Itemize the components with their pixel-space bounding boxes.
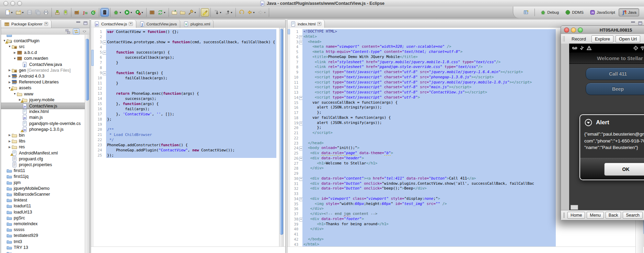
tree-item-androidmanifest.xml[interactable]: AndroidManifest.xml xyxy=(1,150,85,156)
explore-button[interactable]: Explore xyxy=(591,35,613,43)
tree-item-loadurl13[interactable]: loadUrl13 xyxy=(1,209,85,215)
tree-item-pgandjqm-style-override.cs[interactable]: pgandjqm-style-override.cs xyxy=(1,120,85,126)
tree-item-project.properties[interactable]: project.properties xyxy=(1,162,85,168)
scrollbar-thumb[interactable] xyxy=(280,29,283,235)
new-java-class-button[interactable]: C✦ xyxy=(89,8,97,16)
toolbar-drag-handle[interactable] xyxy=(564,212,564,218)
save-all-button[interactable] xyxy=(34,8,42,16)
sync-button[interactable]: ▼ xyxy=(156,8,167,16)
tree-item-tmt3[interactable]: tmt3 xyxy=(1,239,85,244)
chevron-down-icon[interactable]: ▼ xyxy=(230,11,233,14)
avd-manager-button[interactable] xyxy=(61,8,70,16)
tree-item-res[interactable]: ▶res xyxy=(1,144,85,150)
device-key-menu[interactable]: Menu xyxy=(587,212,603,219)
tab-contactview.js[interactable]: jsContactView.js✕ xyxy=(91,20,136,28)
open-url-button[interactable]: Open Url xyxy=(616,35,640,43)
open-perspective-button[interactable]: ✦ xyxy=(521,8,532,16)
minimize-window-button[interactable] xyxy=(571,27,576,33)
tree-item-libs[interactable]: ▶libs xyxy=(1,138,85,144)
highlighter-button[interactable] xyxy=(201,8,209,16)
tree-item-remoteindex[interactable]: remoteIndex xyxy=(1,221,85,227)
android-sdk-manager-button[interactable] xyxy=(53,8,61,16)
chevron-down-icon[interactable]: ▼ xyxy=(22,11,24,14)
save-button[interactable] xyxy=(25,8,34,16)
toolbar-drag-handle[interactable] xyxy=(563,36,565,42)
tree-item-libbarcodescanner[interactable]: libBarcodeScanner xyxy=(1,191,85,197)
tree-item-loadurl11[interactable]: loadurl11 xyxy=(1,203,85,209)
perspective-ddms-button[interactable]: DDMS xyxy=(562,8,586,16)
record-button[interactable]: Record xyxy=(568,35,589,43)
editor-scrollbar[interactable] xyxy=(279,28,284,253)
maximize-editor-icon[interactable] xyxy=(638,21,643,25)
tab-contactview.java[interactable]: JContactView.java xyxy=(136,20,180,28)
tree-item-bin[interactable]: ▶bin xyxy=(1,132,85,138)
tree-item-a.b.c.d[interactable]: ▶a.b.c.d xyxy=(1,50,85,56)
code-area[interactable]: <!DOCTYPE HTML><html> <head> <meta name=… xyxy=(302,28,556,253)
collapsed-arrow-icon[interactable]: ▶ xyxy=(8,140,12,143)
tree-item-main.js[interactable]: jsmain.js xyxy=(1,115,85,120)
phone-button-call-411[interactable]: Call 411 xyxy=(586,68,644,80)
tab-plugins.xml[interactable]: Xplugins.xml xyxy=(180,20,214,28)
java-package-crate-button[interactable] xyxy=(148,8,156,16)
chevron-down-icon[interactable]: ▼ xyxy=(141,11,143,14)
expanded-arrow-icon[interactable]: ▼ xyxy=(8,45,12,48)
search-brush-button[interactable]: ▼ xyxy=(187,8,198,16)
closed-folder-button[interactable] xyxy=(179,8,187,16)
collapsed-arrow-icon[interactable]: ▶ xyxy=(8,74,12,78)
tree-item-contactview.java[interactable]: JContactView.java xyxy=(1,61,85,67)
expanded-arrow-icon[interactable]: ▼ xyxy=(13,57,17,60)
close-icon[interactable]: ✕ xyxy=(44,22,48,26)
chevron-down-icon[interactable]: ▼ xyxy=(253,11,255,14)
tree-item-gen[interactable]: ▶gen[Generated Java Files] xyxy=(1,67,85,73)
device-window-titlebar[interactable]: HT05AHL00815 xyxy=(561,26,644,34)
run-button[interactable]: ▼ xyxy=(123,8,134,16)
code-area[interactable]: var ContactView = function() {};ContactV… xyxy=(106,28,276,253)
tree-item-first11jq[interactable]: first11jq xyxy=(1,174,85,180)
tree-item-first11[interactable]: first11 xyxy=(1,168,85,174)
new-wizard-button[interactable]: ✦▼ xyxy=(3,8,14,16)
close-tab-icon[interactable]: ✕ xyxy=(129,22,133,26)
expanded-arrow-icon[interactable]: ▼ xyxy=(13,92,17,95)
collapsed-arrow-icon[interactable]: ▶ xyxy=(8,134,12,137)
zoom-window-button[interactable] xyxy=(578,27,583,33)
phone-button-beep[interactable]: Beep xyxy=(586,83,644,95)
prev-annotation-button[interactable]: ▼ xyxy=(223,8,234,16)
ok-button[interactable]: OK xyxy=(604,163,644,176)
device-key-search[interactable]: Search xyxy=(623,212,643,219)
print-button[interactable] xyxy=(42,8,50,16)
link-with-editor-button[interactable] xyxy=(73,28,80,35)
tree-item[interactable] xyxy=(1,250,85,253)
back-button[interactable]: ▼ xyxy=(245,8,256,16)
close-window-button[interactable] xyxy=(564,27,569,33)
debug-button[interactable]: ▼ xyxy=(112,8,123,16)
scrollbar-thumb[interactable] xyxy=(85,39,89,101)
perspective-java-button[interactable]: JJava xyxy=(619,8,639,16)
tree-item-phonegap-1.3.0.js[interactable]: jsphonegap-1.3.0.js xyxy=(1,126,85,132)
tree-item-contactview.js[interactable]: jsContactView.js xyxy=(1,103,85,109)
minimize-editor-icon[interactable] xyxy=(631,21,635,25)
new-junit-test-button[interactable]: Ju xyxy=(81,8,89,16)
tree-item-assets[interactable]: ▼assets xyxy=(1,85,85,91)
tree-item-testlatest929[interactable]: testlatest929 xyxy=(1,233,85,239)
chevron-down-icon[interactable]: ▼ xyxy=(264,11,266,14)
chevron-down-icon[interactable]: ▼ xyxy=(219,11,222,14)
tree-item-com.rearden[interactable]: ▼com.rearden xyxy=(1,56,85,61)
device-key-home[interactable]: Home xyxy=(567,212,585,219)
collapsed-arrow-icon[interactable]: ▶ xyxy=(8,69,12,72)
next-annotation-button[interactable]: ▼ xyxy=(212,8,223,16)
tree-item-jquerymobiledemo[interactable]: jqueryMobileDemo xyxy=(1,185,85,191)
chevron-down-icon[interactable]: ▼ xyxy=(119,11,122,14)
view-menu-button[interactable] xyxy=(81,28,88,35)
tree-item-contactplugin[interactable]: ▼JcontactPlugin xyxy=(1,38,85,44)
tree-item-proguard.cfg[interactable]: proguard.cfg xyxy=(1,156,85,162)
tree-scrollbar[interactable] xyxy=(85,35,90,253)
tree-item-src[interactable]: ▼src xyxy=(1,44,85,49)
tree-item-jquery.mobile[interactable]: ▶jquery.mobile xyxy=(1,97,85,103)
tree-item-android-4.0.3[interactable]: ▶Android 4.0.3 xyxy=(1,73,85,79)
chevron-down-icon[interactable]: ▼ xyxy=(130,11,133,14)
collapsed-arrow-icon[interactable]: ▶ xyxy=(8,81,12,84)
perspective-javascript-button[interactable]: JSJavaScript xyxy=(587,8,618,16)
screen-capture-button[interactable] xyxy=(101,8,109,16)
forward-button[interactable]: ▼ xyxy=(256,8,267,16)
minimize-view-icon[interactable] xyxy=(76,21,81,25)
